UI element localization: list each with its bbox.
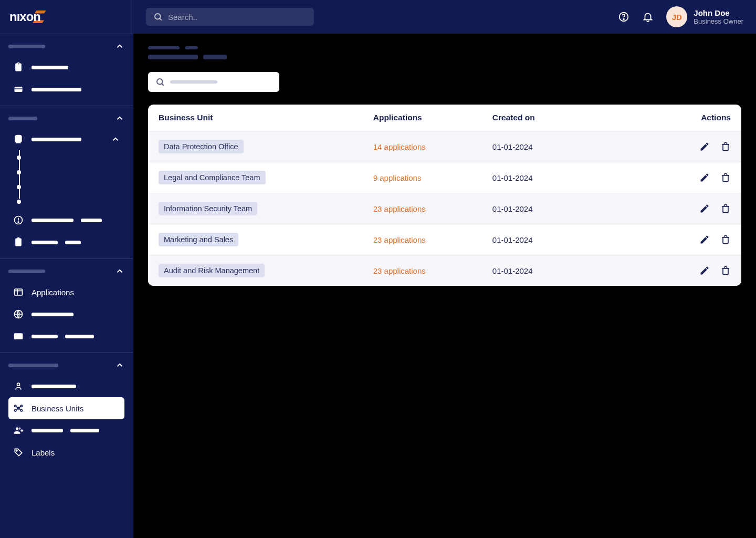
svg-line-28 xyxy=(162,84,164,86)
col-header-apps: Applications xyxy=(373,113,492,122)
chevron-up-icon xyxy=(115,360,124,370)
person-icon xyxy=(13,380,24,392)
svg-point-27 xyxy=(157,79,163,85)
table-row: Audit and Risk Management23 applications… xyxy=(148,255,741,286)
sidebar-item-applications[interactable]: Applications xyxy=(8,281,124,303)
clipboard-icon xyxy=(13,61,24,73)
sidebar-item[interactable] xyxy=(8,231,124,253)
sidebar-section-header[interactable] xyxy=(8,113,124,123)
sidebar-section-header[interactable] xyxy=(8,42,124,51)
apps-link[interactable]: 14 applications xyxy=(373,142,492,151)
user-menu[interactable]: JD John Doe Business Owner xyxy=(666,6,743,27)
created-date: 01-01-2024 xyxy=(492,266,612,275)
sidebar-section-header[interactable] xyxy=(8,360,124,370)
sidebar-subitem[interactable] xyxy=(29,194,124,209)
col-header-actions: Actions xyxy=(612,113,731,122)
svg-point-13 xyxy=(20,405,22,407)
delete-button[interactable] xyxy=(720,234,731,245)
help-icon[interactable] xyxy=(618,11,629,23)
edit-button[interactable] xyxy=(699,141,710,152)
svg-line-16 xyxy=(16,407,18,408)
alert-icon xyxy=(13,214,24,226)
edit-button[interactable] xyxy=(699,265,710,276)
edit-button[interactable] xyxy=(699,203,710,214)
sidebar-item-labels[interactable]: Labels xyxy=(8,441,124,463)
sidebar-item-label: Labels xyxy=(32,448,55,457)
sidebar-item-business-units[interactable]: Business Units xyxy=(8,397,124,419)
sidebar-subitem[interactable] xyxy=(29,150,124,165)
sidebar-item[interactable] xyxy=(8,78,124,100)
sidebar-item[interactable] xyxy=(8,128,124,150)
tag-icon xyxy=(13,447,24,458)
svg-point-23 xyxy=(155,14,161,19)
table-row: Marketing and Sales23 applications01-01-… xyxy=(148,224,741,255)
unit-tag: Data Protection Office xyxy=(159,140,244,153)
sidebar-item[interactable] xyxy=(8,325,124,347)
avatar: JD xyxy=(666,6,687,27)
logo: nıxon xyxy=(0,0,133,34)
chevron-up-icon xyxy=(115,113,124,123)
table-row: Legal and Compliance Team9 applications0… xyxy=(148,162,741,193)
edit-button[interactable] xyxy=(699,172,710,183)
sidebar-item[interactable] xyxy=(8,375,124,397)
svg-point-14 xyxy=(15,410,16,411)
search-icon xyxy=(153,12,163,22)
apps-link[interactable]: 23 applications xyxy=(373,204,492,213)
sidebar-item-label: Applications xyxy=(32,288,74,297)
delete-button[interactable] xyxy=(720,172,731,183)
col-header-unit: Business Unit xyxy=(159,113,373,122)
sidebar-subitem[interactable] xyxy=(29,180,124,194)
svg-point-21 xyxy=(18,428,20,430)
sidebar-item[interactable] xyxy=(8,419,124,441)
svg-point-10 xyxy=(17,383,20,386)
table-row: Data Protection Office14 applications01-… xyxy=(148,131,741,162)
created-date: 01-01-2024 xyxy=(492,204,612,213)
sidebar-subitem[interactable] xyxy=(29,165,124,180)
delete-button[interactable] xyxy=(720,141,731,152)
svg-rect-6 xyxy=(15,289,23,295)
bell-icon[interactable] xyxy=(642,11,654,23)
topbar: JD John Doe Business Owner xyxy=(133,0,756,34)
svg-point-5 xyxy=(18,222,19,223)
unit-tag: Marketing and Sales xyxy=(159,233,238,246)
card-icon xyxy=(13,84,24,95)
hub-icon xyxy=(13,402,24,414)
clipboard-icon xyxy=(13,236,24,248)
apps-link[interactable]: 23 applications xyxy=(373,235,492,244)
sidebar-item[interactable] xyxy=(8,56,124,78)
sidebar: nıxon xyxy=(0,0,133,538)
svg-point-12 xyxy=(15,405,16,407)
sidebar-section-header[interactable] xyxy=(8,266,124,276)
breadcrumb xyxy=(148,46,741,49)
table-row: Information Security Team23 applications… xyxy=(148,193,741,224)
sidebar-item-label: Business Units xyxy=(32,404,83,413)
apps-link[interactable]: 23 applications xyxy=(373,266,492,275)
chevron-up-icon xyxy=(115,42,124,51)
delete-button[interactable] xyxy=(720,265,731,276)
page-search[interactable] xyxy=(148,72,279,92)
user-name: John Doe xyxy=(694,8,743,17)
svg-point-22 xyxy=(16,450,17,451)
apps-link[interactable]: 9 applications xyxy=(373,173,492,182)
group-add-icon xyxy=(13,425,24,436)
unit-tag: Information Security Team xyxy=(159,202,257,215)
col-header-created: Created on xyxy=(492,113,612,122)
search-input[interactable] xyxy=(168,13,307,22)
created-date: 01-01-2024 xyxy=(492,173,612,182)
page-title xyxy=(148,55,741,59)
global-search[interactable] xyxy=(146,8,314,26)
svg-text:nıxon: nıxon xyxy=(9,9,40,24)
unit-tag: Legal and Compliance Team xyxy=(159,171,266,184)
chevron-up-icon xyxy=(115,266,124,276)
delete-button[interactable] xyxy=(720,203,731,214)
sidebar-item[interactable] xyxy=(8,303,124,325)
edit-button[interactable] xyxy=(699,234,710,245)
search-icon xyxy=(155,77,165,87)
chevron-up-icon xyxy=(111,134,120,144)
sidebar-item[interactable] xyxy=(8,209,124,231)
mail-icon xyxy=(13,330,24,342)
svg-point-26 xyxy=(623,19,624,20)
user-role: Business Owner xyxy=(694,17,743,25)
created-date: 01-01-2024 xyxy=(492,235,612,244)
svg-line-19 xyxy=(19,409,21,410)
